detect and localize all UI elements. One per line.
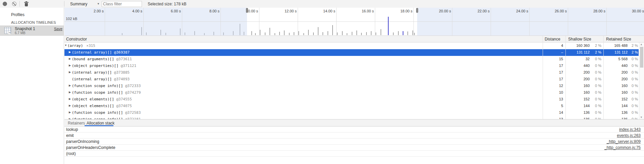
- allocation-bar: [298, 31, 299, 35]
- stack-frame-source-link[interactable]: index.js:343: [619, 127, 641, 132]
- object-id: @374075: [114, 104, 132, 108]
- allocation-bar: [260, 30, 260, 35]
- timeline-tick-label: 6.00 s: [160, 9, 181, 13]
- expand-arrow-right-icon[interactable]: ▶: [69, 64, 71, 67]
- object-id: @374093: [112, 77, 130, 81]
- selection-handle-left[interactable]: [246, 8, 248, 13]
- stack-frame-row[interactable]: parserOnHeadersComplete_http_common.js:7…: [64, 145, 644, 151]
- selection-handle-right[interactable]: [416, 8, 418, 13]
- expand-arrow-right-icon[interactable]: ▶: [69, 104, 71, 107]
- vertical-scrollbar[interactable]: ▲ ▼: [639, 43, 644, 119]
- col-shallow-size[interactable]: Shallow Size: [568, 37, 591, 42]
- allocation-timeline-overview[interactable]: 2.00 s4.00 s6.00 s8.00 s10.00 s12.00 s14…: [64, 8, 644, 36]
- bottom-tabbar: Retainers Allocation stack: [64, 119, 644, 127]
- stack-frame-row[interactable]: (root): [64, 151, 644, 157]
- shallow-pct-cell: 0 %: [590, 97, 601, 101]
- toolbar-separator: [19, 1, 20, 7]
- scroll-up-icon[interactable]: ▲: [640, 43, 643, 46]
- timeline-tick-label: 22.00 s: [469, 9, 490, 13]
- col-constructor[interactable]: Constructor: [66, 37, 87, 42]
- table-row[interactable]: ▶(object elements)[] @374555131520 %1520…: [64, 96, 639, 103]
- delete-icon-can: [25, 3, 28, 6]
- tab-allocation-stack[interactable]: Allocation stack: [87, 121, 114, 126]
- table-row[interactable]: ▶(function scope info)[] @372181131360 %…: [64, 116, 639, 119]
- snapshot-size: 6.7 MB: [15, 31, 26, 35]
- distance-cell: 12: [544, 84, 563, 88]
- constructor-name: (function scope info)[] @372333: [72, 84, 141, 88]
- allocation-bar: [308, 30, 309, 35]
- table-row[interactable]: ▶(internal array)[] @369387–131 1122 %13…: [64, 49, 639, 56]
- timeline-tick-label: 18.00 s: [392, 9, 412, 13]
- allocation-bar: [303, 33, 304, 35]
- expand-arrow-right-icon[interactable]: ▶: [69, 57, 71, 60]
- stack-frame-row[interactable]: lookupindex.js:343: [64, 127, 644, 133]
- shallow-pct-cell: 0 %: [590, 84, 601, 88]
- object-id: @371121: [118, 64, 136, 68]
- timeline-tick-label: 20.00 s: [430, 9, 451, 13]
- stack-frame-row[interactable]: parserOnIncoming_http_server.js:809: [64, 139, 644, 145]
- toolbar-separator-2: [64, 1, 64, 7]
- shallow-pct-cell: 0 %: [590, 70, 601, 74]
- shallow-pct-cell: 0 %: [590, 64, 601, 68]
- save-link[interactable]: Save: [54, 27, 62, 31]
- allocation-bar: [347, 33, 347, 35]
- table-row[interactable]: ▶(object elements)[] @37407551440 %1440 …: [64, 103, 639, 109]
- stack-frame-source-link[interactable]: events.js:263: [617, 133, 641, 138]
- shallow-pct-cell: 0 %: [590, 104, 601, 108]
- stack-frame-row[interactable]: emitevents.js:263: [64, 133, 644, 139]
- delete-icon[interactable]: [24, 1, 29, 6]
- expand-arrow-right-icon[interactable]: ▶: [69, 71, 71, 74]
- table-row[interactable]: ▼(array)×3154160 3602 %165 4882 %: [64, 43, 639, 49]
- shallow-pct-cell: 2 %: [590, 50, 601, 54]
- col-distance[interactable]: Distance: [545, 37, 560, 42]
- table-row[interactable]: ▶(object properties)[] @371121174400 %44…: [64, 63, 639, 69]
- expand-arrow-right-icon[interactable]: ▶: [69, 51, 71, 54]
- class-filter-input[interactable]: [102, 1, 142, 7]
- allocation-bar: [122, 33, 122, 35]
- shallow-pct-cell: 0 %: [590, 57, 601, 61]
- timeline-tick-label: 24.00 s: [507, 9, 528, 13]
- expand-arrow-right-icon[interactable]: ▶: [69, 84, 71, 87]
- allocation-bar: [323, 32, 323, 35]
- table-row[interactable]: ▶(internal array)[] @373885172000 %2000 …: [64, 69, 639, 76]
- expand-arrow-right-icon[interactable]: ▶: [69, 111, 71, 114]
- record-icon[interactable]: [3, 2, 7, 6]
- table-row[interactable]: ▶(function scope info)[] @372333121600 %…: [64, 83, 639, 89]
- allocation-bar: [233, 31, 234, 35]
- stack-frame-function: parserOnHeadersComplete: [66, 145, 115, 150]
- retained-size-cell: 160: [604, 84, 628, 88]
- expand-arrow-right-icon[interactable]: ▶: [69, 91, 71, 94]
- retained-pct-cell: 0 %: [626, 70, 638, 74]
- allocation-bar: [160, 30, 161, 35]
- retained-size-cell: 131 112: [604, 50, 628, 54]
- snapshot-title: Snapshot 1: [15, 26, 35, 31]
- table-row[interactable]: ▶(function scope info)[] @372583141360 %…: [64, 109, 639, 116]
- constructor-name: (bound arguments)[] @373611: [72, 57, 132, 61]
- table-row[interactable]: (internal array)[] @374093172000 %2000 %: [64, 76, 639, 83]
- col-retained-size[interactable]: Retained Size: [606, 37, 631, 42]
- sidebar-item-snapshot-1[interactable]: % Snapshot 1 6.7 MB Save: [0, 25, 64, 36]
- table-row[interactable]: ▶(function scope info)[] @374279101600 %…: [64, 89, 639, 96]
- table-row[interactable]: ▶(bound arguments)[] @37361115320 %5 568…: [64, 56, 639, 63]
- perspective-select[interactable]: Summary ▼: [68, 1, 100, 7]
- constructor-table: ▼(array)×3154160 3602 %165 4882 %▶(inter…: [64, 43, 644, 119]
- timeline-tick-label: 30.00 s: [623, 9, 644, 13]
- constructor-name: (object elements)[] @374555: [72, 97, 132, 101]
- tab-retainers[interactable]: Retainers: [68, 121, 85, 126]
- clear-icon[interactable]: [12, 2, 16, 6]
- column-divider-3: [603, 36, 604, 119]
- stack-frame-source-link[interactable]: _http_server.js:809: [607, 139, 641, 144]
- allocation-bar: [342, 31, 343, 35]
- allocation-bar: [284, 30, 285, 35]
- expand-arrow-down-icon[interactable]: ▼: [64, 44, 67, 47]
- retained-size-cell: 152: [604, 97, 628, 101]
- stack-frame-source-link[interactable]: _http_common.js:75: [604, 145, 641, 150]
- scrollbar-thumb[interactable]: [640, 47, 643, 68]
- shallow-size-cell: 160: [567, 84, 590, 88]
- timeline-tick-label: 8.00 s: [199, 9, 219, 13]
- expand-arrow-right-icon[interactable]: ▶: [69, 97, 71, 100]
- allocation-bar: [371, 31, 371, 35]
- constructor-name: (object properties)[] @371121: [72, 64, 136, 68]
- scroll-down-icon[interactable]: ▼: [640, 116, 643, 119]
- retained-size-cell: 136: [604, 110, 628, 114]
